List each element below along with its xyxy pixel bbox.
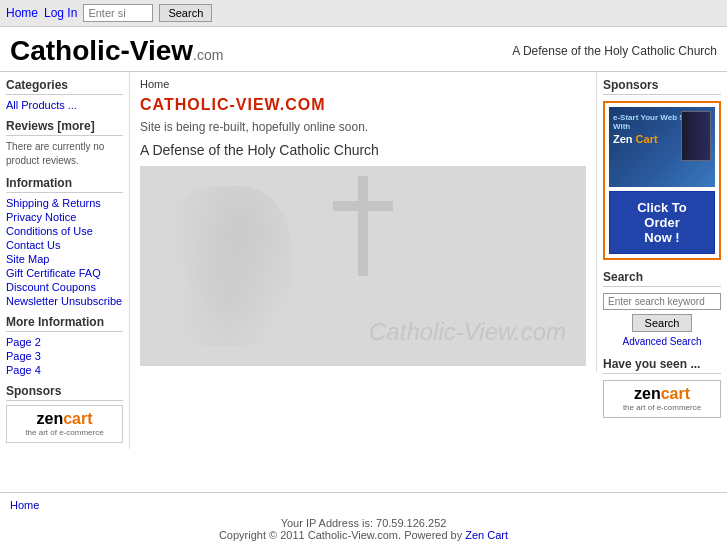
sidebar-sitemap[interactable]: Site Map <box>6 253 123 265</box>
content-subtitle: Site is being re-built, hopefully online… <box>140 120 586 134</box>
all-products-link[interactable]: All Products ... <box>6 99 123 111</box>
breadcrumb: Home <box>140 78 586 90</box>
home-link[interactable]: Home <box>6 6 38 20</box>
estart-box: e-Start Your Web Store With Zen Cart <box>609 107 715 187</box>
right-panel: Sponsors e-Start Your Web Store With Zen… <box>597 72 727 432</box>
site-name-com: .com <box>193 47 223 63</box>
header: Catholic-View.com A Defense of the Holy … <box>0 27 727 72</box>
cross-decoration <box>333 176 393 296</box>
reviews-note: There are currently no product reviews. <box>6 140 123 168</box>
sidebar-discount[interactable]: Discount Coupons <box>6 281 123 293</box>
header-tagline: A Defense of the Holy Catholic Church <box>512 44 717 58</box>
sidebar-cart: cart <box>63 410 92 427</box>
content-bg-watermark: Catholic-View.com <box>369 318 566 346</box>
search-input-top[interactable] <box>83 4 153 22</box>
content-tagline: A Defense of the Holy Catholic Church <box>140 142 586 158</box>
person-silhouette <box>162 186 292 346</box>
right-sponsors-title: Sponsors <box>603 78 721 95</box>
click-order-button[interactable]: Click ToOrderNow ! <box>609 191 715 254</box>
have-tagline: the art of e-commerce <box>623 403 701 412</box>
footer: Home Your IP Address is: 70.59.126.252 C… <box>0 492 727 545</box>
footer-center: Your IP Address is: 70.59.126.252 Copyri… <box>10 517 717 541</box>
sidebar-shipping[interactable]: Shipping & Returns <box>6 197 123 209</box>
sidebar-contact[interactable]: Contact Us <box>6 239 123 251</box>
search-button-top[interactable]: Search <box>159 4 212 22</box>
have-zen: zen <box>634 385 661 402</box>
sidebar-sponsors-title: Sponsors <box>6 384 123 401</box>
site-name-catholic: Catholic- <box>10 35 130 66</box>
advanced-search-link[interactable]: Advanced Search <box>603 336 721 347</box>
sidebar-zencart-tagline: the art of e-commerce <box>25 428 103 437</box>
footer-copyright: Copyright © 2011 Catholic-View.com. Powe… <box>219 529 465 541</box>
have-you-seen-zencart: zencart the art of e-commerce <box>603 380 721 418</box>
information-title: Information <box>6 176 123 193</box>
footer-home-link[interactable]: Home <box>10 499 717 511</box>
content-area: Home CATHOLIC-VIEW.COM Site is being re-… <box>130 72 597 372</box>
more-info-title: More Information <box>6 315 123 332</box>
reviews-title: Reviews [more] <box>6 119 123 136</box>
sidebar-newsletter[interactable]: Newsletter Unsubscribe <box>6 295 123 307</box>
have-you-seen-title: Have you seen ... <box>603 357 721 374</box>
sidebar: Categories All Products ... Reviews [mor… <box>0 72 130 449</box>
sidebar-page3[interactable]: Page 3 <box>6 350 123 362</box>
sidebar-page4[interactable]: Page 4 <box>6 364 123 376</box>
sidebar-privacy[interactable]: Privacy Notice <box>6 211 123 223</box>
sidebar-zen: zen <box>36 410 63 427</box>
right-search-button[interactable]: Search <box>632 314 693 332</box>
right-search-title: Search <box>603 270 721 287</box>
right-search-input[interactable] <box>603 293 721 310</box>
footer-ip: Your IP Address is: 70.59.126.252 <box>281 517 447 529</box>
click-order-text: Click ToOrderNow ! <box>637 200 687 245</box>
footer-zencart-link[interactable]: Zen Cart <box>465 529 508 541</box>
site-title: Catholic-View.com <box>10 35 223 67</box>
login-link[interactable]: Log In <box>44 6 77 20</box>
content-title: CATHOLIC-VIEW.COM <box>140 96 586 114</box>
site-name-view: View <box>130 35 193 66</box>
estart-book-graphic <box>681 111 711 161</box>
sidebar-page2[interactable]: Page 2 <box>6 336 123 348</box>
sidebar-sponsor-zencart: zencart the art of e-commerce <box>6 405 123 443</box>
content-image: Catholic-View.com <box>140 166 586 366</box>
sidebar-giftcert[interactable]: Gift Certificate FAQ <box>6 267 123 279</box>
estart-zen: Zen <box>613 133 633 145</box>
estart-cart: Cart <box>633 133 658 145</box>
main-layout: Categories All Products ... Reviews [mor… <box>0 72 727 492</box>
have-cart: cart <box>661 385 690 402</box>
top-bar: Home Log In Search <box>0 0 727 27</box>
right-sponsor-zencart[interactable]: e-Start Your Web Store With Zen Cart Cli… <box>603 101 721 260</box>
categories-title: Categories <box>6 78 123 95</box>
sidebar-conditions[interactable]: Conditions of Use <box>6 225 123 237</box>
